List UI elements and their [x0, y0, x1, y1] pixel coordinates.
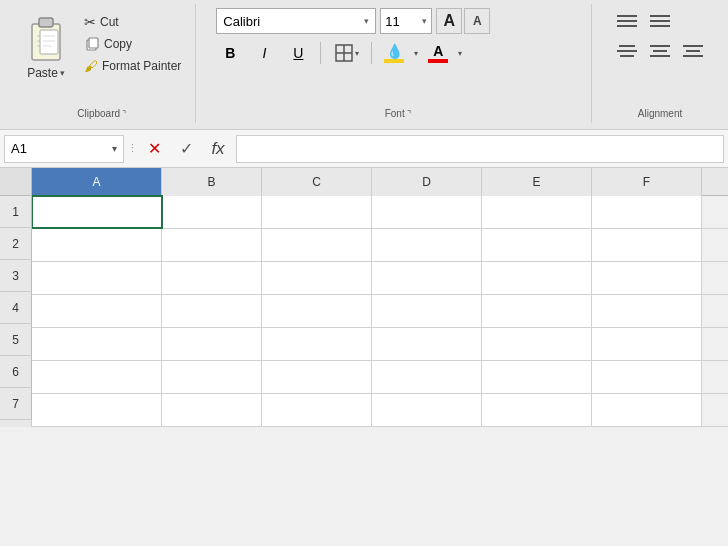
- font-color-button[interactable]: A: [424, 38, 452, 68]
- col-header-C[interactable]: C: [262, 168, 372, 196]
- col-header-D[interactable]: D: [372, 168, 482, 196]
- cell-B2[interactable]: [162, 229, 262, 261]
- font-expand-icon[interactable]: ⌝: [407, 109, 411, 119]
- fill-color-button[interactable]: 💧: [380, 38, 408, 68]
- row-header-4[interactable]: 4: [0, 292, 32, 324]
- col-header-E[interactable]: E: [482, 168, 592, 196]
- row-header-6[interactable]: 6: [0, 356, 32, 388]
- row-header-5[interactable]: 5: [0, 324, 32, 356]
- cell-A6[interactable]: [32, 361, 162, 393]
- fill-color-icon: 💧: [386, 44, 403, 58]
- cell-E2[interactable]: [482, 229, 592, 261]
- cell-C6[interactable]: [262, 361, 372, 393]
- cell-A1[interactable]: [32, 196, 162, 228]
- line2: [650, 20, 670, 22]
- cut-button[interactable]: ✂ Cut: [80, 12, 185, 32]
- align-middle-button[interactable]: [645, 8, 675, 34]
- cell-D5[interactable]: [372, 328, 482, 360]
- line2: [617, 50, 637, 52]
- table-row: [32, 328, 728, 361]
- cell-D1[interactable]: [372, 196, 482, 228]
- cell-B7[interactable]: [162, 394, 262, 426]
- underline-button[interactable]: U: [284, 40, 312, 66]
- clipboard-expand-icon[interactable]: ⌝: [122, 109, 126, 119]
- cell-F7[interactable]: [592, 394, 702, 426]
- format-painter-button[interactable]: 🖌 Format Painter: [80, 56, 185, 76]
- bold-button[interactable]: B: [216, 40, 244, 66]
- cell-B6[interactable]: [162, 361, 262, 393]
- font-color-dropdown-icon[interactable]: ▾: [458, 49, 462, 58]
- cell-C7[interactable]: [262, 394, 372, 426]
- increase-font-button[interactable]: A: [436, 8, 462, 34]
- row-header-2[interactable]: 2: [0, 228, 32, 260]
- formula-confirm-button[interactable]: ✓: [172, 135, 200, 163]
- font-name-select[interactable]: Calibri ▾: [216, 8, 376, 34]
- cell-B4[interactable]: [162, 295, 262, 327]
- font-size-value: 11: [385, 14, 399, 29]
- cell-A3[interactable]: [32, 262, 162, 294]
- align-left-button[interactable]: [612, 38, 642, 64]
- cell-F5[interactable]: [592, 328, 702, 360]
- cell-A4[interactable]: [32, 295, 162, 327]
- row-header-1[interactable]: 1: [0, 196, 32, 228]
- decrease-font-button[interactable]: A: [464, 8, 490, 34]
- cell-F1[interactable]: [592, 196, 702, 228]
- cell-E3[interactable]: [482, 262, 592, 294]
- cell-A5[interactable]: [32, 328, 162, 360]
- cell-D4[interactable]: [372, 295, 482, 327]
- col-header-B[interactable]: B: [162, 168, 262, 196]
- cell-B5[interactable]: [162, 328, 262, 360]
- line1: [683, 45, 703, 47]
- row-header-7[interactable]: 7: [0, 388, 32, 420]
- font-size-select[interactable]: 11 ▾: [380, 8, 432, 34]
- cell-D2[interactable]: [372, 229, 482, 261]
- format-painter-icon: 🖌: [84, 58, 98, 74]
- cell-D6[interactable]: [372, 361, 482, 393]
- cell-B1[interactable]: [162, 196, 262, 228]
- cell-C4[interactable]: [262, 295, 372, 327]
- cell-C1[interactable]: [262, 196, 372, 228]
- paste-button[interactable]: Paste ▾: [18, 8, 74, 84]
- line3: [617, 25, 637, 27]
- align-right-button[interactable]: [678, 38, 708, 64]
- cell-F4[interactable]: [592, 295, 702, 327]
- cell-A2[interactable]: [32, 229, 162, 261]
- cell-F2[interactable]: [592, 229, 702, 261]
- cell-C3[interactable]: [262, 262, 372, 294]
- cell-C5[interactable]: [262, 328, 372, 360]
- italic-button[interactable]: I: [250, 40, 278, 66]
- font-row1: Calibri ▾ 11 ▾ A A: [216, 8, 490, 34]
- cell-C2[interactable]: [262, 229, 372, 261]
- cell-E1[interactable]: [482, 196, 592, 228]
- cut-label: Cut: [100, 15, 119, 29]
- cell-E4[interactable]: [482, 295, 592, 327]
- cell-B3[interactable]: [162, 262, 262, 294]
- row-header-3[interactable]: 3: [0, 260, 32, 292]
- formula-input[interactable]: [236, 135, 724, 163]
- align-center-button[interactable]: [645, 38, 675, 64]
- clipboard-group-label: Clipboard ⌝: [8, 108, 195, 119]
- copy-button[interactable]: Copy: [80, 34, 185, 54]
- cell-D7[interactable]: [372, 394, 482, 426]
- cell-F6[interactable]: [592, 361, 702, 393]
- align-top-button[interactable]: [612, 8, 642, 34]
- cell-D3[interactable]: [372, 262, 482, 294]
- cell-E7[interactable]: [482, 394, 592, 426]
- cell-A7[interactable]: [32, 394, 162, 426]
- font-row2: B I U ▾ 💧: [216, 38, 462, 68]
- row-headers: 1 2 3 4 5 6 7: [0, 168, 32, 427]
- borders-button[interactable]: ▾: [329, 40, 363, 66]
- formula-cancel-button[interactable]: ✕: [140, 135, 168, 163]
- alignment-group: Alignment: [600, 4, 720, 123]
- col-header-A[interactable]: A: [32, 168, 162, 196]
- paste-icon: [24, 12, 68, 66]
- cell-name-box[interactable]: A1 ▾: [4, 135, 124, 163]
- cell-E6[interactable]: [482, 361, 592, 393]
- formula-fx-button[interactable]: fx: [204, 135, 232, 163]
- cell-E5[interactable]: [482, 328, 592, 360]
- fill-color-indicator: [384, 59, 404, 63]
- col-header-F[interactable]: F: [592, 168, 702, 196]
- cell-F3[interactable]: [592, 262, 702, 294]
- borders-icon: [334, 43, 354, 63]
- fill-color-dropdown-icon[interactable]: ▾: [414, 49, 418, 58]
